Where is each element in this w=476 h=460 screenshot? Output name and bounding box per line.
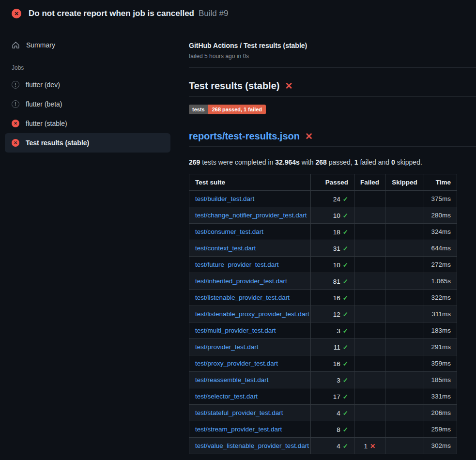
time-value: 206ms — [424, 405, 457, 421]
test-suite-link[interactable]: test/reassemble_test.dart — [195, 376, 269, 383]
sidebar-item-test-results-stable-[interactable]: ✕ Test results (stable) — [5, 133, 170, 153]
sidebar-job-label: flutter (dev) — [26, 81, 60, 89]
table-row: test/listenable_proxy_provider_test.dart… — [189, 306, 457, 322]
build-number: Build #9 — [199, 9, 228, 18]
time-value: 1.065s — [424, 273, 457, 290]
main-content: GitHub Actions / Test results (stable) f… — [189, 27, 476, 454]
column-header-skipped: Skipped — [385, 174, 424, 191]
column-header-test-suite: Test suite — [189, 174, 311, 191]
passed-count: 24 — [333, 196, 340, 203]
passed-count: 16 — [333, 360, 340, 368]
check-icon: ✓ — [343, 360, 348, 368]
table-row: test/selector_test.dart 17✓ 331ms — [189, 388, 457, 405]
check-icon: ✓ — [343, 278, 348, 285]
test-suite-link[interactable]: test/provider_test.dart — [195, 343, 259, 351]
tests-badge: tests 268 passed, 1 failed — [189, 105, 266, 114]
test-suite-link[interactable]: test/value_listenable_provider_test.dart — [195, 442, 309, 449]
table-row: test/provider_test.dart 11✓ 291ms — [189, 339, 457, 355]
passed-count: 16 — [333, 294, 340, 302]
time-value: 291ms — [424, 339, 457, 355]
table-row: test/stateful_provider_test.dart 4✓ 206m… — [189, 405, 457, 421]
passed-count: 17 — [333, 393, 340, 400]
cancelled-status-icon: ! — [12, 81, 19, 89]
check-icon: ✓ — [343, 410, 348, 417]
column-header-passed: Passed — [311, 174, 354, 191]
time-value: 311ms — [424, 306, 457, 322]
table-row: test/multi_provider_test.dart 3✓ 183ms — [189, 322, 457, 339]
test-suite-link[interactable]: test/context_test.dart — [195, 245, 256, 252]
check-icon: ✓ — [343, 196, 348, 203]
table-row: test/stream_provider_test.dart 8✓ 259ms — [189, 421, 457, 438]
passed-count: 10 — [333, 212, 340, 219]
sidebar: Summary Jobs ! flutter (dev) ! flutter (… — [0, 27, 189, 153]
column-header-time: Time — [424, 174, 457, 191]
test-suite-link[interactable]: test/consumer_test.dart — [195, 228, 263, 235]
table-row: test/future_provider_test.dart 10✓ 272ms — [189, 257, 457, 273]
test-suite-link[interactable]: test/proxy_provider_test.dart — [195, 360, 278, 367]
sidebar-item-summary[interactable]: Summary — [5, 35, 170, 55]
check-icon: ✓ — [343, 212, 348, 219]
table-row: test/consumer_test.dart 18✓ 324ms — [189, 224, 457, 240]
check-icon: ✓ — [343, 393, 348, 400]
table-row: test/inherited_provider_test.dart 81✓ 1.… — [189, 273, 457, 290]
section-heading: Test results (stable) ✕ — [189, 80, 476, 97]
sidebar-item-flutter-stable-[interactable]: ✕ flutter (stable) — [5, 114, 170, 133]
sidebar-job-label: Test results (stable) — [26, 139, 89, 147]
time-value: 280ms — [424, 207, 457, 224]
test-results-table: Test suitePassedFailedSkippedTime test/b… — [189, 174, 457, 454]
home-icon — [12, 41, 20, 49]
sidebar-summary-label: Summary — [26, 41, 55, 49]
sidebar-item-flutter-beta-[interactable]: ! flutter (beta) — [5, 94, 170, 114]
cross-icon: ✕ — [370, 443, 375, 450]
passed-count: 8 — [337, 426, 340, 433]
cancelled-status-icon: ! — [12, 100, 19, 108]
time-value: 272ms — [424, 257, 457, 273]
divider — [189, 67, 476, 68]
failed-status-icon: ✕ — [12, 120, 19, 127]
passed-count: 10 — [333, 261, 340, 269]
passed-count: 3 — [337, 377, 340, 384]
check-icon: ✓ — [343, 229, 348, 236]
test-suite-link[interactable]: test/stateful_provider_test.dart — [195, 409, 283, 416]
badge-label: tests — [189, 105, 208, 114]
table-row: test/reassemble_test.dart 3✓ 185ms — [189, 372, 457, 388]
test-suite-link[interactable]: test/change_notifier_provider_test.dart — [195, 212, 307, 219]
run-header: ✕ Do not create report when job is cance… — [0, 0, 476, 27]
time-value: 183ms — [424, 322, 457, 339]
passed-count: 18 — [333, 229, 340, 236]
report-file-link[interactable]: reports/test-results.json — [189, 131, 300, 142]
check-icon: ✓ — [343, 327, 348, 335]
time-value: 324ms — [424, 224, 457, 240]
column-header-failed: Failed — [354, 174, 385, 191]
test-suite-link[interactable]: test/multi_provider_test.dart — [195, 327, 276, 334]
sidebar-item-flutter-dev-[interactable]: ! flutter (dev) — [5, 75, 170, 94]
test-suite-link[interactable]: test/selector_test.dart — [195, 393, 258, 400]
passed-count: 4 — [337, 443, 340, 450]
passed-count: 4 — [337, 410, 340, 417]
test-suite-link[interactable]: test/future_provider_test.dart — [195, 261, 279, 268]
passed-count: 3 — [337, 327, 340, 335]
run-failed-icon: ✕ — [12, 9, 21, 18]
report-failed-x-icon: ✕ — [305, 132, 313, 141]
test-suite-link[interactable]: test/stream_provider_test.dart — [195, 426, 282, 433]
test-suite-link[interactable]: test/listenable_proxy_provider_test.dart — [195, 310, 309, 318]
run-meta: failed 5 hours ago in 0s — [189, 53, 476, 60]
time-value: 259ms — [424, 421, 457, 438]
check-icon: ✓ — [343, 311, 348, 318]
table-row: test/change_notifier_provider_test.dart … — [189, 207, 457, 224]
run-title: Do not create report when job is cancell… — [29, 9, 194, 18]
passed-count: 81 — [333, 278, 340, 285]
badge-value: 268 passed, 1 failed — [208, 105, 266, 114]
failed-count: 1 — [364, 443, 368, 450]
table-header-row: Test suitePassedFailedSkippedTime — [189, 174, 457, 191]
time-value: 359ms — [424, 355, 457, 372]
check-icon: ✓ — [343, 245, 348, 252]
sidebar-job-label: flutter (beta) — [26, 100, 62, 108]
table-row: test/listenable_provider_test.dart 16✓ 3… — [189, 290, 457, 306]
test-suite-link[interactable]: test/listenable_provider_test.dart — [195, 294, 290, 301]
time-value: 322ms — [424, 290, 457, 306]
test-suite-link[interactable]: test/builder_test.dart — [195, 195, 254, 202]
test-suite-link[interactable]: test/inherited_provider_test.dart — [195, 277, 287, 285]
breadcrumb: GitHub Actions / Test results (stable) — [189, 42, 476, 49]
passed-count: 11 — [334, 344, 340, 351]
